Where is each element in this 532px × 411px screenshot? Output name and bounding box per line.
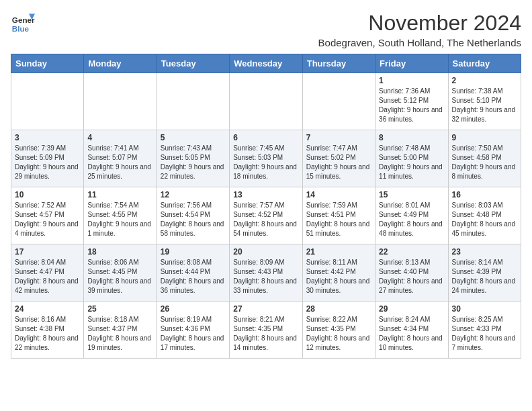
calendar-cell: 20Sunrise: 8:09 AM Sunset: 4:43 PM Dayli…	[230, 244, 302, 302]
page-header: General Blue November 2024 Bodegraven, S…	[11, 11, 521, 48]
calendar-cell	[157, 73, 229, 130]
cell-info: Sunrise: 7:38 AM Sunset: 5:10 PM Dayligh…	[452, 87, 517, 124]
calendar-cell	[302, 73, 375, 130]
cell-info: Sunrise: 8:01 AM Sunset: 4:49 PM Dayligh…	[379, 201, 444, 238]
day-number: 7	[306, 133, 371, 142]
day-number: 30	[452, 304, 517, 314]
calendar-cell	[11, 73, 84, 130]
day-number: 22	[379, 247, 444, 257]
cell-info: Sunrise: 8:16 AM Sunset: 4:38 PM Dayligh…	[15, 315, 80, 353]
calendar-cell: 21Sunrise: 8:11 AM Sunset: 4:42 PM Dayli…	[302, 244, 375, 302]
month-title: November 2024	[318, 11, 521, 36]
cell-info: Sunrise: 7:52 AM Sunset: 4:57 PM Dayligh…	[15, 201, 80, 238]
cell-info: Sunrise: 7:56 AM Sunset: 4:54 PM Dayligh…	[161, 201, 226, 238]
day-number: 1	[379, 76, 444, 85]
svg-text:Blue: Blue	[12, 24, 30, 33]
cell-info: Sunrise: 8:18 AM Sunset: 4:37 PM Dayligh…	[87, 315, 152, 353]
day-number: 12	[161, 190, 226, 199]
col-header-saturday: Saturday	[448, 54, 521, 73]
cell-info: Sunrise: 7:39 AM Sunset: 5:09 PM Dayligh…	[15, 144, 80, 181]
week-row-4: 17Sunrise: 8:04 AM Sunset: 4:47 PM Dayli…	[11, 244, 521, 302]
day-number: 28	[306, 304, 371, 314]
calendar-cell: 3Sunrise: 7:39 AM Sunset: 5:09 PM Daylig…	[11, 130, 84, 187]
cell-info: Sunrise: 7:54 AM Sunset: 4:55 PM Dayligh…	[87, 201, 152, 238]
calendar-cell: 4Sunrise: 7:41 AM Sunset: 5:07 PM Daylig…	[84, 130, 157, 187]
header-row: SundayMondayTuesdayWednesdayThursdayFrid…	[11, 54, 521, 73]
week-row-5: 24Sunrise: 8:16 AM Sunset: 4:38 PM Dayli…	[11, 302, 521, 359]
cell-info: Sunrise: 8:24 AM Sunset: 4:34 PM Dayligh…	[379, 315, 444, 353]
col-header-sunday: Sunday	[11, 54, 84, 73]
cell-info: Sunrise: 8:14 AM Sunset: 4:39 PM Dayligh…	[452, 258, 517, 295]
day-number: 21	[306, 247, 371, 257]
cell-info: Sunrise: 7:41 AM Sunset: 5:07 PM Dayligh…	[87, 144, 152, 181]
day-number: 4	[87, 133, 152, 142]
calendar-cell: 24Sunrise: 8:16 AM Sunset: 4:38 PM Dayli…	[11, 302, 84, 359]
day-number: 26	[161, 304, 226, 314]
calendar-cell: 10Sunrise: 7:52 AM Sunset: 4:57 PM Dayli…	[11, 187, 84, 244]
day-number: 20	[233, 247, 298, 257]
day-number: 2	[452, 76, 517, 85]
location-subtitle: Bodegraven, South Holland, The Netherlan…	[318, 37, 521, 48]
calendar-cell: 23Sunrise: 8:14 AM Sunset: 4:39 PM Dayli…	[448, 244, 521, 302]
cell-info: Sunrise: 7:48 AM Sunset: 5:00 PM Dayligh…	[379, 144, 444, 181]
calendar-cell: 2Sunrise: 7:38 AM Sunset: 5:10 PM Daylig…	[448, 73, 521, 130]
calendar-cell: 14Sunrise: 7:59 AM Sunset: 4:51 PM Dayli…	[302, 187, 375, 244]
calendar-cell: 6Sunrise: 7:45 AM Sunset: 5:03 PM Daylig…	[230, 130, 302, 187]
calendar-cell: 5Sunrise: 7:43 AM Sunset: 5:05 PM Daylig…	[157, 130, 229, 187]
day-number: 14	[306, 190, 371, 199]
cell-info: Sunrise: 8:25 AM Sunset: 4:33 PM Dayligh…	[452, 315, 517, 353]
cell-info: Sunrise: 7:45 AM Sunset: 5:03 PM Dayligh…	[233, 144, 298, 181]
calendar-cell: 25Sunrise: 8:18 AM Sunset: 4:37 PM Dayli…	[84, 302, 157, 359]
day-number: 13	[233, 190, 298, 199]
logo: General Blue	[11, 11, 35, 35]
day-number: 6	[233, 133, 298, 142]
cell-info: Sunrise: 8:21 AM Sunset: 4:35 PM Dayligh…	[233, 315, 298, 353]
cell-info: Sunrise: 7:59 AM Sunset: 4:51 PM Dayligh…	[306, 201, 371, 238]
day-number: 3	[15, 133, 80, 142]
day-number: 11	[87, 190, 152, 199]
calendar-cell: 7Sunrise: 7:47 AM Sunset: 5:02 PM Daylig…	[302, 130, 375, 187]
title-block: November 2024 Bodegraven, South Holland,…	[318, 11, 521, 48]
col-header-friday: Friday	[375, 54, 448, 73]
calendar-cell: 19Sunrise: 8:08 AM Sunset: 4:44 PM Dayli…	[157, 244, 229, 302]
day-number: 25	[87, 304, 152, 314]
calendar-cell: 13Sunrise: 7:57 AM Sunset: 4:52 PM Dayli…	[230, 187, 302, 244]
cell-info: Sunrise: 8:13 AM Sunset: 4:40 PM Dayligh…	[379, 258, 444, 295]
cell-info: Sunrise: 7:50 AM Sunset: 4:58 PM Dayligh…	[452, 144, 517, 181]
cell-info: Sunrise: 8:04 AM Sunset: 4:47 PM Dayligh…	[15, 258, 80, 295]
cell-info: Sunrise: 8:09 AM Sunset: 4:43 PM Dayligh…	[233, 258, 298, 295]
cell-info: Sunrise: 7:43 AM Sunset: 5:05 PM Dayligh…	[161, 144, 226, 181]
calendar-cell: 1Sunrise: 7:36 AM Sunset: 5:12 PM Daylig…	[375, 73, 448, 130]
calendar-cell: 15Sunrise: 8:01 AM Sunset: 4:49 PM Dayli…	[375, 187, 448, 244]
col-header-thursday: Thursday	[302, 54, 375, 73]
calendar-cell	[84, 73, 157, 130]
calendar-cell: 8Sunrise: 7:48 AM Sunset: 5:00 PM Daylig…	[375, 130, 448, 187]
day-number: 10	[15, 190, 80, 199]
day-number: 17	[15, 247, 80, 257]
week-row-1: 1Sunrise: 7:36 AM Sunset: 5:12 PM Daylig…	[11, 73, 521, 130]
day-number: 23	[452, 247, 517, 257]
day-number: 15	[379, 190, 444, 199]
calendar-cell: 27Sunrise: 8:21 AM Sunset: 4:35 PM Dayli…	[230, 302, 302, 359]
cell-info: Sunrise: 8:08 AM Sunset: 4:44 PM Dayligh…	[161, 258, 226, 295]
week-row-3: 10Sunrise: 7:52 AM Sunset: 4:57 PM Dayli…	[11, 187, 521, 244]
cell-info: Sunrise: 8:06 AM Sunset: 4:45 PM Dayligh…	[87, 258, 152, 295]
calendar-cell: 22Sunrise: 8:13 AM Sunset: 4:40 PM Dayli…	[375, 244, 448, 302]
cell-info: Sunrise: 7:36 AM Sunset: 5:12 PM Dayligh…	[379, 87, 444, 124]
calendar-cell	[230, 73, 302, 130]
day-number: 24	[15, 304, 80, 314]
col-header-wednesday: Wednesday	[230, 54, 302, 73]
calendar-cell: 26Sunrise: 8:19 AM Sunset: 4:36 PM Dayli…	[157, 302, 229, 359]
day-number: 8	[379, 133, 444, 142]
day-number: 18	[87, 247, 152, 257]
cell-info: Sunrise: 8:11 AM Sunset: 4:42 PM Dayligh…	[306, 258, 371, 295]
calendar-cell: 29Sunrise: 8:24 AM Sunset: 4:34 PM Dayli…	[375, 302, 448, 359]
calendar-cell: 18Sunrise: 8:06 AM Sunset: 4:45 PM Dayli…	[84, 244, 157, 302]
cell-info: Sunrise: 8:03 AM Sunset: 4:48 PM Dayligh…	[452, 201, 517, 238]
calendar-cell: 17Sunrise: 8:04 AM Sunset: 4:47 PM Dayli…	[11, 244, 84, 302]
day-number: 5	[161, 133, 226, 142]
day-number: 9	[452, 133, 517, 142]
cell-info: Sunrise: 7:57 AM Sunset: 4:52 PM Dayligh…	[233, 201, 298, 238]
calendar-cell: 30Sunrise: 8:25 AM Sunset: 4:33 PM Dayli…	[448, 302, 521, 359]
calendar-cell: 28Sunrise: 8:22 AM Sunset: 4:35 PM Dayli…	[302, 302, 375, 359]
